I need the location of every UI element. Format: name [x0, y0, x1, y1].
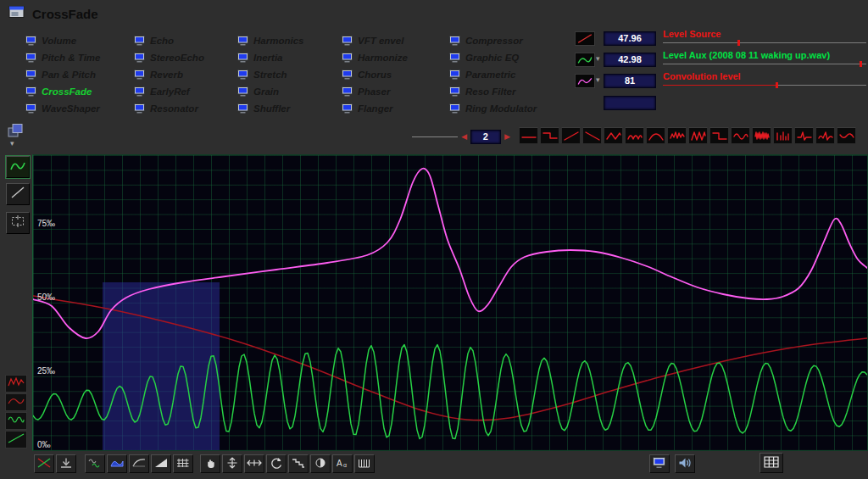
effect-item-flanger[interactable]: Flanger	[342, 100, 408, 117]
red-line-icon[interactable]	[575, 31, 595, 46]
effect-item-waveshaper[interactable]: WaveShaper	[25, 100, 100, 117]
crossfade-display-button[interactable]	[34, 454, 54, 473]
effect-item-harmonics[interactable]: Harmonics	[237, 32, 303, 49]
marquee-tool-button[interactable]	[6, 212, 30, 234]
effect-item-compressor[interactable]: Compressor	[449, 32, 537, 49]
effect-item-pan-pitch[interactable]: Pan & Pitch	[25, 66, 100, 83]
shape-ramp-up-button[interactable]	[561, 127, 581, 144]
effect-item-crossfade[interactable]: CrossFade	[25, 83, 100, 100]
param-slider[interactable]	[663, 42, 866, 49]
effect-monitor-icon	[237, 103, 248, 114]
rotate-curve-button[interactable]	[266, 454, 287, 473]
shape-step-down-button[interactable]	[540, 127, 559, 144]
shape-sine-button[interactable]	[731, 127, 750, 144]
effect-item-grain[interactable]: Grain	[237, 83, 303, 100]
effect-item-stretch[interactable]: Stretch	[237, 66, 303, 83]
effect-item-resonator[interactable]: Resonator	[134, 100, 204, 117]
shape-ramp-down-button[interactable]	[582, 127, 602, 144]
slider-tick[interactable]	[776, 82, 778, 88]
audio-preview-button[interactable]	[675, 454, 695, 473]
slider-tick[interactable]	[737, 40, 740, 46]
param-value-field-4[interactable]	[604, 96, 656, 110]
effect-item-vft-envel[interactable]: VFT envel	[342, 32, 408, 49]
effect-monitor-icon	[25, 103, 36, 114]
param-dropdown-arrow[interactable]: ▾	[596, 54, 600, 63]
shape-noise-burst-button[interactable]	[667, 127, 687, 144]
ramp-view-button[interactable]	[151, 454, 171, 473]
shape-dense-noise-button[interactable]	[752, 127, 771, 144]
envelope-plot[interactable]: 75‰50‰25‰0‰	[32, 154, 868, 451]
preset-prev-button[interactable]: ◀	[461, 131, 467, 143]
line-tool-button[interactable]	[6, 183, 30, 205]
effect-item-inertia[interactable]: Inertia	[237, 49, 303, 66]
effect-item-earlyref[interactable]: EarlyRef	[134, 83, 204, 100]
label-size-button[interactable]: Aα	[332, 454, 353, 473]
param-dropdown-arrow[interactable]: ▾	[596, 75, 600, 84]
shape-bump-button[interactable]	[646, 127, 665, 144]
param-value-field-1[interactable]: 47.96	[604, 31, 656, 46]
slider-tick[interactable]	[860, 61, 862, 67]
pan-tool-button[interactable]	[200, 454, 220, 473]
wave-view-button[interactable]	[107, 454, 127, 473]
mini-waves-button[interactable]	[85, 454, 105, 473]
shape-pulses-button[interactable]	[773, 127, 793, 144]
shape-spikes-button[interactable]	[688, 127, 708, 144]
preset-slider-line[interactable]	[412, 136, 458, 138]
shape-square-step-button[interactable]	[709, 127, 729, 144]
effect-item-graphic-eq[interactable]: Graphic EQ	[449, 49, 537, 66]
preset-next-button[interactable]: ▶	[504, 131, 510, 143]
effect-item-parametric[interactable]: Parametric	[449, 66, 537, 83]
effect-item-harmonize[interactable]: Harmonize	[342, 49, 408, 66]
layers-menu-button[interactable]	[7, 123, 27, 140]
horizontal-zoom-button[interactable]	[244, 454, 264, 473]
effect-item-pitch-time[interactable]: Pitch & Time	[25, 49, 100, 66]
green-curve-tool-button[interactable]	[6, 156, 30, 178]
effect-monitor-icon	[342, 53, 353, 63]
plot-selection[interactable]	[103, 282, 220, 450]
green-wave-view-button[interactable]	[5, 412, 27, 430]
app-window-icon	[8, 5, 25, 23]
layers-dropdown-arrow[interactable]: ▾	[10, 139, 14, 148]
contrast-button[interactable]	[310, 454, 331, 473]
effect-item-ring-modulator[interactable]: Ring Modulator	[449, 100, 537, 117]
shape-humps-button[interactable]	[625, 127, 644, 144]
preset-stepper: ◀ 2 ▶	[412, 130, 510, 144]
effect-item-stereoecho[interactable]: StereoEcho	[134, 49, 204, 66]
magenta-curve-icon[interactable]	[575, 74, 595, 88]
shape-flat-button[interactable]	[519, 127, 538, 144]
shape-sine-soft-button[interactable]	[837, 127, 856, 144]
effect-item-chorus[interactable]: Chorus	[342, 66, 408, 83]
crossfade-icon	[36, 457, 52, 471]
effect-item-phaser[interactable]: Phaser	[342, 83, 408, 100]
effect-item-volume[interactable]: Volume	[25, 32, 100, 49]
param-slider[interactable]	[663, 64, 866, 70]
effect-item-shuffler[interactable]: Shuffler	[237, 100, 303, 117]
param-value-field-3[interactable]: 81	[604, 74, 656, 88]
export-curve-button[interactable]	[56, 454, 76, 473]
effect-item-label: Compressor	[465, 36, 523, 46]
param-row-4	[575, 93, 868, 114]
density-comb-button[interactable]	[354, 454, 375, 473]
vertical-zoom-button[interactable]	[222, 454, 242, 473]
green-ramp-view-button[interactable]	[5, 431, 27, 448]
shape-wave-spike-button[interactable]	[815, 127, 835, 144]
param-slider[interactable]	[663, 85, 866, 92]
red-curve-view-button[interactable]	[5, 393, 27, 411]
shape-triangle-button[interactable]	[604, 127, 623, 144]
rotate-icon	[269, 457, 284, 471]
preset-value[interactable]: 2	[470, 130, 501, 144]
quantize-steps-button[interactable]	[288, 454, 309, 473]
effect-item-reso-filter[interactable]: Reso Filter	[449, 83, 537, 100]
effect-item-echo[interactable]: Echo	[134, 32, 204, 49]
shape-heartbeat-button[interactable]	[794, 127, 814, 144]
grid-toggle-button[interactable]	[173, 454, 193, 473]
stairs-icon	[291, 457, 306, 471]
red-zigzag-view-button[interactable]	[5, 375, 27, 393]
monitor-output-button[interactable]	[649, 454, 670, 473]
effect-item-reverb[interactable]: Reverb	[134, 66, 204, 83]
curve-view-button[interactable]	[129, 454, 149, 473]
pages-grid-button[interactable]	[760, 453, 783, 473]
green-curve-icon[interactable]	[575, 53, 595, 67]
param-value-field-2[interactable]: 42.98	[604, 53, 656, 67]
effects-column-2: EchoStereoEchoReverbEarlyRefResonator	[134, 32, 204, 117]
